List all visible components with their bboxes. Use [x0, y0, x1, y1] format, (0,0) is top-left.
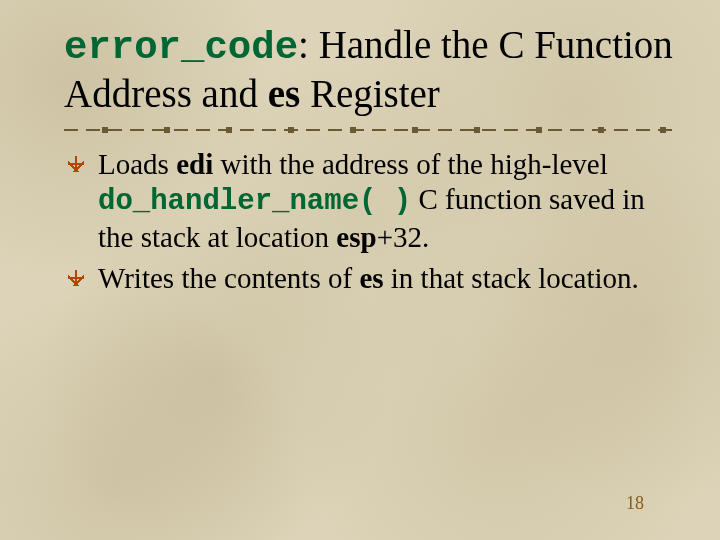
slide-title: error_code: Handle the C Function Addres… [64, 22, 676, 117]
bullet-text: Writes the contents of [98, 262, 359, 294]
bullet-code: do_handler_name( ) [98, 185, 411, 218]
bullet-bold: es [359, 262, 383, 294]
title-bold-es: es [268, 72, 301, 115]
bullet-text: with the address of the high-level [213, 148, 608, 180]
bullet-text: Loads [98, 148, 176, 180]
title-divider [64, 127, 676, 133]
bullet-bold: esp [336, 221, 376, 253]
slide: error_code: Handle the C Function Addres… [0, 0, 720, 540]
bullet-text: +32. [377, 221, 430, 253]
bullet-text: in that stack location. [384, 262, 639, 294]
bullet-list: Loads edi with the address of the high-l… [64, 147, 676, 299]
title-code: error_code [64, 26, 298, 70]
page-number: 18 [626, 493, 644, 514]
list-item: Loads edi with the address of the high-l… [98, 147, 666, 255]
list-item: Writes the contents of es in that stack … [98, 261, 666, 298]
bullet-bold: edi [176, 148, 213, 180]
title-text-2: Register [300, 72, 440, 115]
